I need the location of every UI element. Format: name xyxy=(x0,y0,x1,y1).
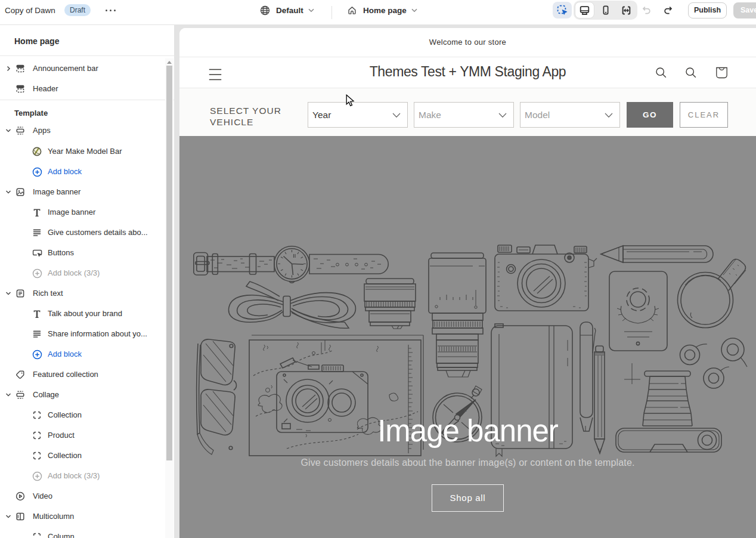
svg-text:z: z xyxy=(464,406,467,413)
